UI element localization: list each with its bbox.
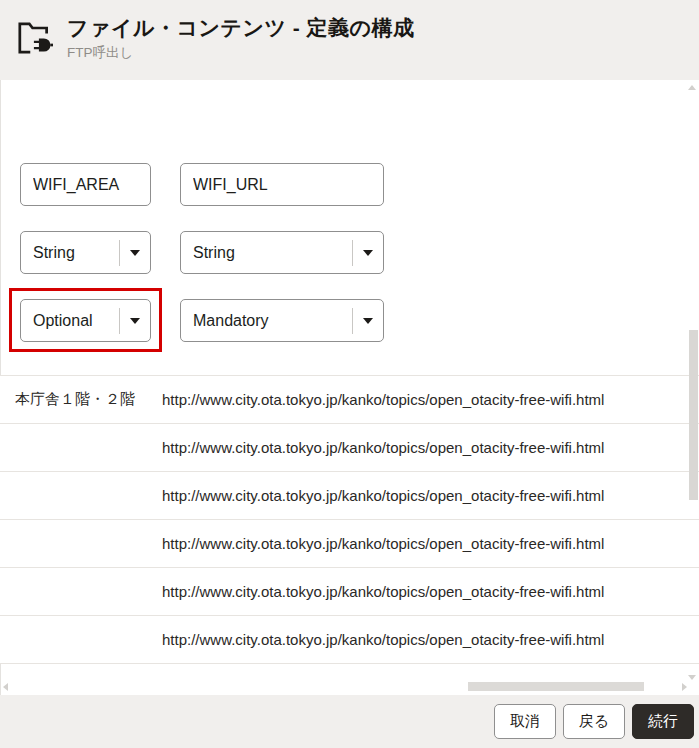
scroll-down-icon[interactable]: [688, 675, 696, 680]
data-type-dropdown-2[interactable]: String: [180, 231, 384, 274]
requirement-dropdown-optional[interactable]: Optional: [20, 299, 151, 342]
data-type-value-1: String: [21, 244, 119, 262]
scroll-right-icon[interactable]: [682, 683, 687, 691]
data-preview-table: 本庁舎１階・２階 http://www.city.ota.tokyo.jp/ka…: [0, 375, 699, 664]
element-name-input-wifi-url[interactable]: [180, 163, 384, 206]
vertical-scrollbar-thumb[interactable]: [689, 330, 698, 500]
scroll-up-icon[interactable]: [688, 85, 696, 90]
chevron-down-icon[interactable]: [120, 318, 150, 324]
requirement-dropdown-mandatory[interactable]: Mandatory: [180, 299, 384, 342]
table-row: http://www.city.ota.tokyo.jp/kanko/topic…: [0, 567, 699, 615]
url-cell: http://www.city.ota.tokyo.jp/kanko/topic…: [157, 535, 604, 552]
table-row: http://www.city.ota.tokyo.jp/kanko/topic…: [0, 519, 699, 567]
dialog-footer: 取消 戻る 続行: [0, 695, 699, 748]
requirement-value-2: Mandatory: [181, 312, 352, 330]
url-cell: http://www.city.ota.tokyo.jp/kanko/topic…: [157, 487, 604, 504]
requirement-value-1: Optional: [21, 312, 119, 330]
table-row: http://www.city.ota.tokyo.jp/kanko/topic…: [0, 615, 699, 663]
url-cell: http://www.city.ota.tokyo.jp/kanko/topic…: [157, 631, 604, 648]
url-cell: http://www.city.ota.tokyo.jp/kanko/topic…: [157, 391, 604, 408]
back-button[interactable]: 戻る: [563, 704, 625, 739]
data-type-dropdown-1[interactable]: String: [20, 231, 151, 274]
cancel-button[interactable]: 取消: [494, 704, 556, 739]
element-name-input-wifi-area[interactable]: [20, 163, 151, 206]
horizontal-scrollbar-thumb[interactable]: [468, 682, 644, 691]
dialog-header: ファイル・コンテンツ - 定義の構成 FTP呼出し: [0, 0, 699, 80]
url-cell: http://www.city.ota.tokyo.jp/kanko/topic…: [157, 583, 604, 600]
chevron-down-icon[interactable]: [120, 250, 150, 256]
scroll-left-icon[interactable]: [3, 683, 8, 691]
page-subtitle: FTP呼出し: [67, 44, 415, 62]
data-type-value-2: String: [181, 244, 352, 262]
table-row: 本庁舎１階・２階 http://www.city.ota.tokyo.jp/ka…: [0, 375, 699, 423]
folder-plug-icon: [13, 17, 53, 59]
table-row: http://www.city.ota.tokyo.jp/kanko/topic…: [0, 471, 699, 519]
table-row: http://www.city.ota.tokyo.jp/kanko/topic…: [0, 423, 699, 471]
chevron-down-icon[interactable]: [353, 318, 383, 324]
chevron-down-icon[interactable]: [353, 250, 383, 256]
header-text: ファイル・コンテンツ - 定義の構成 FTP呼出し: [67, 15, 415, 62]
file-contents-definition-dialog: ファイル・コンテンツ - 定義の構成 FTP呼出し String String …: [0, 0, 699, 748]
continue-button[interactable]: 続行: [632, 704, 694, 739]
url-cell: http://www.city.ota.tokyo.jp/kanko/topic…: [157, 439, 604, 456]
area-cell: 本庁舎１階・２階: [0, 390, 157, 409]
page-title: ファイル・コンテンツ - 定義の構成: [67, 15, 415, 41]
